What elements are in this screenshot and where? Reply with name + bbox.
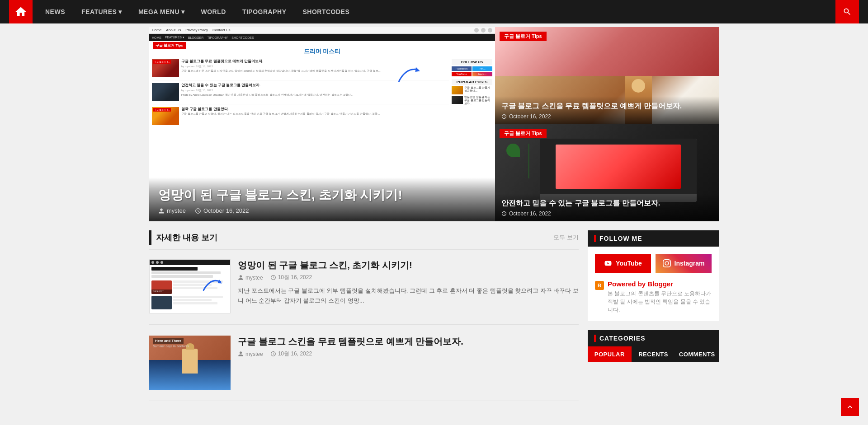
- inner-nav-tipography: TIPOGRAPHY: [207, 36, 228, 39]
- summer-text: Summer days in Santorini: [153, 345, 189, 348]
- inner-topbar-icon3: [488, 28, 492, 33]
- dot2: [156, 261, 159, 264]
- inner-popular-section: POPULAR POSTS 구글 블로그를 만들기 성공했다... 만들었던 않…: [452, 79, 492, 106]
- follow-me-accent: [594, 235, 596, 242]
- hero-main-date: October 16, 2022: [195, 207, 249, 214]
- inner-pp-1-text: 구글 블로그를 만들기 성공했다...: [464, 86, 492, 94]
- tab-popular[interactable]: POPULAR: [588, 346, 632, 362]
- view-all-link[interactable]: 모두 보기: [553, 234, 579, 242]
- blogger-icon: B: [595, 281, 604, 290]
- inner-follow-section: FOLLOW US Facebook Twi... YouTube Insta.…: [452, 59, 492, 76]
- nav-tipography-link[interactable]: TIPOGRAPHY: [234, 8, 295, 15]
- article-1-thumb-top: [150, 260, 230, 265]
- thumb-inner-img-1: 구글 블로거 T: [151, 280, 172, 294]
- inner-post-3-excerpt: 구글 블로그를 만들고 싶었다. 하지만 나는 리스트도 들을 연재 이외 구글…: [181, 112, 449, 116]
- hero-main-author: mystee: [158, 207, 186, 214]
- nav-menu: NEWS FEATURES ▾ MEGA MENU ▾ WORLD TIPOGR…: [37, 8, 835, 15]
- section-header: 자세한 내용 보기 모두 보기: [149, 230, 579, 250]
- main-content: 자세한 내용 보기 모두 보기: [149, 230, 579, 412]
- nav-item-shortcodes[interactable]: SHORTCODES: [294, 8, 358, 15]
- hero-right-top-post[interactable]: 구글 블로거 Tips 구글 블로그 스킨을 무료 템플릿으로 예쁘게 만들어보…: [495, 27, 719, 124]
- section-title-block: 자세한 내용 보기: [149, 230, 217, 245]
- instagram-icon: [663, 259, 671, 267]
- here-and-there-text: Here and There: [153, 338, 184, 344]
- inner-post-2-excerpt: Photo by Anete Lüsina on Unsplash 팩가 유용 …: [181, 93, 449, 97]
- blue-arrow-decoration: [396, 63, 423, 86]
- youtube-follow-button[interactable]: YouTube: [595, 254, 651, 273]
- article-2-author: mystee: [238, 350, 263, 358]
- nav-home-button[interactable]: [9, 0, 33, 23]
- youtube-icon: [604, 259, 612, 267]
- inner-tw-btn: Twi...: [472, 66, 492, 71]
- nav-item-mega-menu[interactable]: MEGA MENU ▾: [130, 8, 193, 15]
- inner-blog-title: 드리머 미스티: [149, 41, 495, 56]
- tb-4: [173, 296, 223, 298]
- inner-social-row-1: Facebook Twi...: [452, 66, 492, 71]
- right-bottom-tag: 구글 블로거 Tips: [500, 129, 547, 138]
- inner-fb-btn: Facebook: [452, 66, 472, 71]
- scroll-to-top-button[interactable]: [841, 398, 859, 412]
- nav-item-world[interactable]: WORLD: [193, 8, 234, 15]
- inner-post-3-tag: 구글 블로거 T...: [153, 108, 171, 112]
- thumb-inner-text-2: [173, 296, 228, 309]
- thumb-bar-1: [151, 267, 198, 271]
- nav-search-button[interactable]: [835, 0, 859, 23]
- powered-by-row: B Powered by Blogger 본 블로그의 콘텐츠를 무단으로 도용…: [595, 280, 712, 314]
- nav-item-features[interactable]: FEATURES ▾: [73, 8, 130, 15]
- right-top-title: 구글 블로그 스킨을 무료 템플릿으로 예쁘게 만들어보자.: [501, 102, 712, 111]
- inner-nav-shortcodes: SHORTCODES: [231, 36, 254, 39]
- content-area: 자세한 내용 보기 모두 보기: [149, 230, 719, 412]
- article-2-title[interactable]: 구글 블로그 스킨을 무료 템플릿으로 예쁘게 만들어보자.: [238, 336, 579, 347]
- tab-recents[interactable]: RECENTS: [632, 346, 675, 362]
- inner-nav-blogger: BLOGGER: [188, 36, 204, 39]
- right-bottom-overlay: 안전하고 믿을 수 있는 구글 블로그를 만들어보자. October 16, …: [495, 193, 719, 221]
- follow-me-body: YouTube Instagram B Powered by Blogger 본…: [588, 247, 719, 321]
- nav-features-link[interactable]: FEATURES ▾: [73, 8, 130, 15]
- nav-item-news[interactable]: NEWS: [37, 8, 73, 15]
- plant-stem: [528, 144, 529, 178]
- thumb-inner-label: 구글 블로거 T: [151, 290, 172, 294]
- nav-mega-link[interactable]: MEGA MENU ▾: [130, 8, 193, 15]
- article-2-date: 10월 16, 2022: [270, 350, 312, 358]
- categories-accent: [594, 335, 596, 342]
- right-top-tag: 구글 블로거 Tips: [500, 32, 547, 41]
- inner-topbar-contact: Contact Us: [212, 28, 231, 33]
- inner-topbar-privacy: Privacy Policy: [185, 28, 208, 33]
- inner-ig-btn: Insta...: [472, 72, 492, 76]
- features-dropdown-icon: ▾: [118, 8, 122, 15]
- dot3: [160, 261, 163, 264]
- follow-me-header: FOLLOW ME: [588, 230, 719, 247]
- hero-main-post[interactable]: Home About Us Privacy Policy Contact Us …: [149, 27, 495, 221]
- article-1-thumb[interactable]: 구글 블로거 T: [149, 259, 231, 313]
- tab-comments[interactable]: COMMENTS: [675, 346, 719, 362]
- hero-right-bottom-post[interactable]: 구글 블로거 Tips 안전하고 믿을 수 있는 구글 블로그를 만들어보자. …: [495, 124, 719, 221]
- laptop-screen-content: [540, 139, 697, 194]
- inner-post-3-thumb: 구글 블로거 T...: [152, 107, 179, 125]
- nav-news-link[interactable]: NEWS: [37, 8, 73, 15]
- article-2-meta: mystee 10월 16, 2022: [238, 350, 579, 358]
- hero-main-overlay: 엉망이 된 구글 블로그 스킨, 초기화 시키기! mystee October…: [149, 177, 495, 221]
- categories-widget: CATEGORIES POPULAR RECENTS COMMENTS: [588, 330, 719, 362]
- article-1-title[interactable]: 엉망이 된 구글 블로그 스킨, 초기화 시키기!: [238, 259, 579, 271]
- right-top-overlay: 구글 블로그 스킨을 무료 템플릿으로 예쁘게 만들어보자. October 1…: [495, 96, 719, 124]
- section-title: 자세한 내용 보기: [156, 232, 217, 243]
- clock-icon-2: [270, 351, 276, 357]
- nav-item-tipography[interactable]: TIPOGRAPHY: [234, 8, 295, 15]
- inner-blog-navbar: HOME FEATURES ▾ BLOGGER TIPOGRAPHY SHORT…: [149, 34, 495, 41]
- article-2-thumb[interactable]: Here and There Summer days in Santorini: [149, 336, 231, 390]
- right-bottom-date: October 16, 2022: [501, 210, 712, 217]
- nav-shortcodes-link[interactable]: SHORTCODES: [294, 8, 358, 15]
- nav-world-link[interactable]: WORLD: [193, 8, 234, 15]
- tb-6: [173, 302, 217, 304]
- categories-title: CATEGORIES: [599, 335, 646, 342]
- plant-leaf: [506, 144, 520, 157]
- section-title-accent: [149, 230, 151, 245]
- inner-nav-features: FEATURES ▾: [165, 36, 184, 39]
- dot1: [151, 261, 154, 264]
- tower-dome: [632, 79, 645, 93]
- instagram-follow-button[interactable]: Instagram: [656, 254, 712, 273]
- inner-post-1-thumb: 구글 블로거 T...: [152, 59, 179, 77]
- hero-main-title: 엉망이 된 구글 블로그 스킨, 초기화 시키기!: [158, 187, 486, 204]
- powered-by-link[interactable]: Powered by Blogger: [608, 280, 712, 288]
- thumb-inner-img-2: [151, 296, 172, 309]
